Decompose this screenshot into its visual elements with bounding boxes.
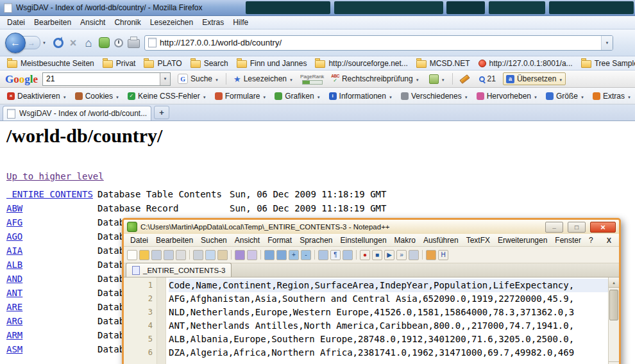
zoom-out-icon[interactable]: - <box>301 250 311 260</box>
greasemonkey-icon[interactable] <box>99 37 110 48</box>
clock-icon[interactable] <box>114 38 123 47</box>
home-button[interactable] <box>83 37 94 49</box>
menubar-item[interactable]: Chronik <box>110 17 145 28</box>
webdev-item-caret[interactable] <box>464 92 468 101</box>
search-options-caret[interactable] <box>215 74 219 83</box>
plugin-icon[interactable] <box>426 250 436 260</box>
toolbar-separator[interactable] <box>231 250 232 260</box>
close-document-button[interactable]: X <box>607 236 616 244</box>
vertical-scrollbar[interactable] <box>608 277 619 364</box>
webdev-menu-item[interactable]: Formulare <box>211 90 271 102</box>
play-macro-icon[interactable]: ▶ <box>384 250 394 260</box>
scroll-down-arrow[interactable] <box>609 361 619 364</box>
entry-link[interactable]: ANT <box>6 288 97 298</box>
webdev-menu-item[interactable]: Grafiken <box>271 90 324 102</box>
google-search-button[interactable]: Suche <box>175 72 221 85</box>
copy-icon[interactable] <box>205 250 216 260</box>
webdev-menu-item[interactable]: Cookies <box>71 90 123 102</box>
webdev-menu-item[interactable]: Extras <box>589 90 635 102</box>
google-bookmarks-button[interactable]: Lesezeichen <box>231 73 296 85</box>
new-tab-button[interactable]: + <box>154 106 169 119</box>
google-search-box[interactable]: 21 <box>42 72 171 86</box>
paste-icon[interactable] <box>217 250 228 260</box>
notepad-titlebar[interactable]: C:\Users\Martin\AppData\Local\Temp\_ENTI… <box>124 220 619 234</box>
record-macro-icon[interactable]: ● <box>360 250 370 260</box>
document-tab[interactable]: _ENTIRE_CONTENTS-3 <box>126 263 232 277</box>
editor-area[interactable]: 1 2 3 4 5 6 Code,Name,Continent,Region,S… <box>124 277 619 364</box>
notepad-menu-item[interactable]: Suchen <box>197 235 231 245</box>
notepad-menu-item[interactable]: Ansicht <box>231 235 264 245</box>
search-term-button[interactable]: 21 <box>477 73 498 85</box>
save-macro-icon[interactable] <box>409 250 419 260</box>
print-icon[interactable] <box>176 250 186 260</box>
find-icon[interactable] <box>264 250 275 260</box>
search-history-dropdown[interactable] <box>160 73 170 85</box>
translate-caret[interactable] <box>559 74 563 83</box>
webdev-item-caret[interactable] <box>534 92 538 101</box>
webdev-item-caret[interactable] <box>627 92 631 101</box>
pagerank-indicator[interactable]: PageRank <box>300 74 324 85</box>
bookmark-item[interactable]: Privat <box>99 58 139 69</box>
replace-icon[interactable] <box>276 250 287 260</box>
toolbar-separator[interactable] <box>422 250 423 260</box>
firefox-titlebar[interactable]: WsgiDAV - Index of /world-db/country/ - … <box>0 0 635 16</box>
save-all-icon[interactable] <box>164 250 174 260</box>
menubar-item[interactable]: Hilfe <box>228 17 253 28</box>
webdev-item-caret[interactable] <box>389 92 393 101</box>
url-text[interactable]: http://127.0.0.1/world-db/country/ <box>160 38 598 47</box>
open-folder-icon[interactable] <box>139 250 149 260</box>
webdev-menu-item[interactable]: Größe <box>542 90 588 102</box>
bookmark-item[interactable]: Finn und Jannes <box>233 58 310 69</box>
menubar-item[interactable]: Datei <box>3 17 30 28</box>
history-dropdown-caret[interactable] <box>42 41 46 45</box>
show-symbols-icon[interactable]: ¶ <box>330 250 341 260</box>
indent-guide-icon[interactable] <box>343 250 353 260</box>
notepad-menu-item[interactable]: Makro <box>391 235 419 245</box>
maximize-button[interactable] <box>568 222 586 233</box>
save-icon[interactable] <box>151 250 162 260</box>
bookmark-item[interactable]: PLATO <box>140 58 185 69</box>
notepad-menu-item[interactable]: TextFX <box>462 235 494 245</box>
zoom-in-icon[interactable]: + <box>289 250 299 260</box>
bookmark-item[interactable]: http://127.0.0.1:8001/a... <box>475 58 576 69</box>
bookmark-item[interactable]: Search <box>187 58 232 69</box>
undo-icon[interactable] <box>235 250 245 260</box>
close-button[interactable] <box>590 222 616 233</box>
entry-link[interactable]: ARM <box>6 330 97 340</box>
webdev-menu-item[interactable]: ✓ Keine CSS-Fehler <box>124 90 210 102</box>
entry-link[interactable]: AFG <box>6 217 97 228</box>
webdev-item-caret[interactable] <box>580 92 584 101</box>
notepad-menu-item[interactable]: Einstellungen <box>337 235 391 245</box>
menubar-item[interactable]: Lesezeichen <box>146 17 198 28</box>
stop-button[interactable] <box>68 37 78 49</box>
cut-icon[interactable] <box>193 250 203 260</box>
webdev-menu-item[interactable]: Verschiedenes <box>397 90 472 102</box>
url-bar[interactable]: http://127.0.0.1/world-db/country/ <box>144 35 613 51</box>
url-history-dropdown[interactable] <box>601 36 613 50</box>
bookmark-item[interactable]: MCSD.NET <box>413 58 473 69</box>
webdev-item-caret[interactable] <box>262 92 266 101</box>
google-search-value[interactable]: 21 <box>43 74 160 83</box>
editor-text[interactable]: Code,Name,Continent,Region,SurfaceArea,I… <box>166 277 619 364</box>
notepad-menu-item[interactable]: Format <box>264 235 296 245</box>
notepad-menu-item[interactable]: Sprachen <box>296 235 336 245</box>
bookmark-item[interactable]: http://sourceforge.net... <box>312 58 411 69</box>
up-level-link[interactable]: Up to higher level <box>6 171 104 181</box>
webdev-item-caret[interactable] <box>203 92 207 101</box>
autofill-button[interactable] <box>427 73 448 85</box>
notepad-menu-item[interactable]: Ausführen <box>419 235 462 245</box>
back-button[interactable] <box>5 33 26 53</box>
bookmark-item[interactable]: Tree Samples <box>578 58 635 69</box>
entry-link[interactable]: AIA <box>6 245 97 256</box>
new-file-icon[interactable] <box>127 250 137 260</box>
menubar-item[interactable]: Extras <box>198 17 228 28</box>
entry-link[interactable]: ASM <box>6 344 97 354</box>
redo-icon[interactable] <box>247 250 257 260</box>
webdev-menu-item[interactable]: Hervorheben <box>473 90 541 102</box>
reload-button[interactable] <box>53 38 64 48</box>
stop-macro-icon[interactable]: ■ <box>372 250 382 260</box>
notepad-menu-item[interactable]: Erweiterungen <box>494 235 551 245</box>
spellcheck-button[interactable]: Rechtschreibprüfung <box>328 73 421 85</box>
toolbar-separator[interactable] <box>314 250 315 260</box>
print-button[interactable] <box>128 39 140 48</box>
